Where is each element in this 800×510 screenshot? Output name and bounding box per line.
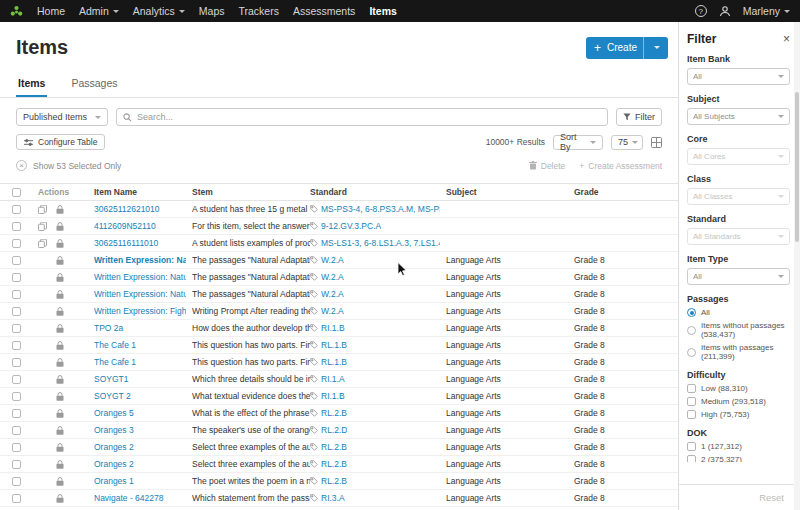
row-checkbox[interactable]: [12, 239, 21, 248]
lock-icon[interactable]: [56, 290, 64, 299]
item-name-link[interactable]: SOYGT1: [94, 374, 186, 384]
row-checkbox[interactable]: [12, 256, 21, 265]
item-name-link[interactable]: TPO 2a: [94, 323, 186, 333]
configure-table-button[interactable]: Configure Table: [16, 134, 105, 150]
column-header-grade[interactable]: Grade: [574, 187, 678, 197]
filter-select-class[interactable]: All Classes: [687, 188, 790, 205]
column-header-stem[interactable]: Stem: [192, 187, 310, 197]
nav-item-assessments[interactable]: Assessments: [293, 5, 355, 17]
delete-button[interactable]: Delete: [529, 161, 566, 171]
item-name-link[interactable]: Oranges 3: [94, 425, 186, 435]
radio-button-items-with-passages-211-399[interactable]: [687, 348, 696, 357]
item-name-link[interactable]: Oranges 5: [94, 408, 186, 418]
standard-link[interactable]: RL.2.B: [321, 442, 347, 452]
standard-link[interactable]: RI.1.A: [321, 374, 345, 384]
lock-icon[interactable]: [56, 426, 64, 435]
lock-icon[interactable]: [56, 205, 64, 214]
create-assessment-button[interactable]: + Create Assessment: [579, 161, 662, 171]
filter-select-standard[interactable]: All Standards: [687, 228, 790, 245]
row-checkbox[interactable]: [12, 494, 21, 503]
row-checkbox[interactable]: [12, 409, 21, 418]
standard-link[interactable]: W.2.A: [321, 289, 344, 299]
published-items-dropdown[interactable]: Published Items: [16, 108, 108, 126]
lock-icon[interactable]: [56, 273, 64, 282]
nav-item-home[interactable]: Home: [37, 5, 65, 17]
item-name-link[interactable]: Navigate - 642278: [94, 493, 186, 503]
nav-item-maps[interactable]: Maps: [199, 5, 225, 17]
lock-icon[interactable]: [56, 443, 64, 452]
user-menu[interactable]: Marleny: [743, 5, 790, 17]
standard-link[interactable]: RL.1.B: [321, 357, 347, 367]
column-header-subject[interactable]: Subject: [446, 187, 574, 197]
row-checkbox[interactable]: [12, 358, 21, 367]
copy-icon[interactable]: [38, 239, 47, 248]
user-icon[interactable]: [719, 5, 731, 17]
lock-icon[interactable]: [56, 477, 64, 486]
standard-link[interactable]: 9-12.GV.3.PC.A: [321, 221, 381, 231]
standard-link[interactable]: RI.1.B: [321, 391, 345, 401]
row-checkbox[interactable]: [12, 205, 21, 214]
item-name-link[interactable]: Written Expression: Fighting...: [94, 306, 186, 316]
nav-item-admin[interactable]: Admin: [79, 5, 119, 17]
item-name-link[interactable]: 4112609N52110: [94, 221, 186, 231]
nav-item-analytics[interactable]: Analytics: [133, 5, 185, 17]
row-checkbox[interactable]: [12, 443, 21, 452]
standard-link[interactable]: W.2.A: [321, 255, 344, 265]
item-name-link[interactable]: The Cafe 1: [94, 357, 186, 367]
row-checkbox[interactable]: [12, 477, 21, 486]
lock-icon[interactable]: [56, 409, 64, 418]
standard-link[interactable]: MS-LS1-3, 6-8.LS1.A.3, 7.LS1.4, MS-LS1-3…: [321, 238, 440, 248]
standard-link[interactable]: W.2.A: [321, 272, 344, 282]
row-checkbox[interactable]: [12, 341, 21, 350]
row-checkbox[interactable]: [12, 460, 21, 469]
row-checkbox[interactable]: [12, 222, 21, 231]
standard-link[interactable]: RI.3.A: [321, 493, 345, 503]
row-checkbox[interactable]: [12, 290, 21, 299]
select-all-checkbox[interactable]: [12, 188, 21, 197]
standard-link[interactable]: RL.1.B: [321, 340, 347, 350]
standard-link[interactable]: RL.2.B: [321, 476, 347, 486]
search-input[interactable]: [137, 112, 601, 122]
lock-icon[interactable]: [56, 239, 64, 248]
standard-link[interactable]: MS-PS3-4, 6-8.PS3.A.M, MS-PS3-4, 7-M...: [321, 204, 440, 214]
item-name-link[interactable]: 30625112621010: [94, 204, 186, 214]
tab-items[interactable]: Items: [16, 71, 47, 97]
create-button[interactable]: + Create: [586, 37, 668, 59]
checkbox-2-375-327[interactable]: [687, 455, 696, 462]
row-checkbox[interactable]: [12, 392, 21, 401]
lock-icon[interactable]: [56, 341, 64, 350]
row-checkbox[interactable]: [12, 426, 21, 435]
nav-item-items[interactable]: Items: [369, 5, 396, 17]
column-header-standard[interactable]: Standard: [310, 187, 446, 197]
lock-icon[interactable]: [56, 307, 64, 316]
checkbox-1-127-312[interactable]: [687, 442, 696, 451]
item-name-link[interactable]: Written Expression: Natural...: [94, 255, 186, 265]
clear-selection-icon[interactable]: ×: [16, 160, 27, 171]
standard-link[interactable]: RL.2.D: [321, 425, 347, 435]
radio-button-all[interactable]: [687, 308, 696, 317]
show-selected-label[interactable]: Show 53 Selected Only: [33, 161, 121, 171]
close-icon[interactable]: ×: [783, 34, 790, 44]
copy-icon[interactable]: [38, 205, 47, 214]
item-name-link[interactable]: Written Expression: Natural ...: [94, 289, 186, 299]
page-size-dropdown[interactable]: 75: [611, 135, 643, 150]
lock-icon[interactable]: [56, 460, 64, 469]
lock-icon[interactable]: [56, 494, 64, 503]
column-header-item-name[interactable]: Item Name: [94, 187, 192, 197]
filter-select-subject[interactable]: All Subjects: [687, 108, 790, 125]
tab-passages[interactable]: Passages: [69, 71, 119, 97]
standard-link[interactable]: RI.1.B: [321, 323, 345, 333]
help-icon[interactable]: ?: [695, 5, 707, 17]
standard-link[interactable]: W.2.A: [321, 306, 344, 316]
lock-icon[interactable]: [56, 358, 64, 367]
grid-view-icon[interactable]: [651, 137, 662, 148]
item-name-link[interactable]: Oranges 2: [94, 442, 186, 452]
row-checkbox[interactable]: [12, 375, 21, 384]
lock-icon[interactable]: [56, 256, 64, 265]
reset-button[interactable]: Reset: [759, 492, 784, 503]
checkbox-high-75-753[interactable]: [687, 410, 696, 419]
item-name-link[interactable]: Oranges 1: [94, 476, 186, 486]
item-name-link[interactable]: Written Expression: Natural ...: [94, 272, 186, 282]
copy-icon[interactable]: [38, 222, 47, 231]
row-checkbox[interactable]: [12, 324, 21, 333]
